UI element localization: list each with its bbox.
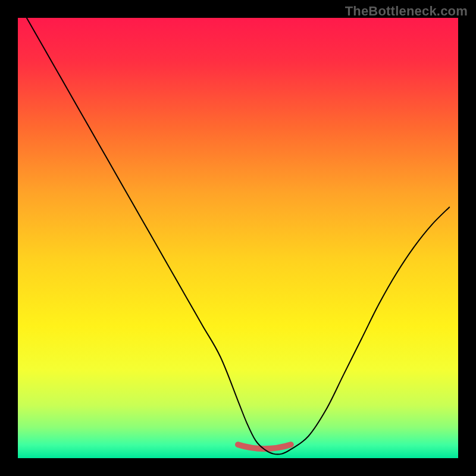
plot-area [18, 18, 458, 458]
tolerance-band [238, 444, 291, 449]
bottleneck-curve-line [27, 18, 449, 455]
watermark-text: TheBottleneck.com [345, 4, 468, 19]
curve-layer [18, 18, 458, 458]
chart-frame: TheBottleneck.com [0, 0, 476, 476]
